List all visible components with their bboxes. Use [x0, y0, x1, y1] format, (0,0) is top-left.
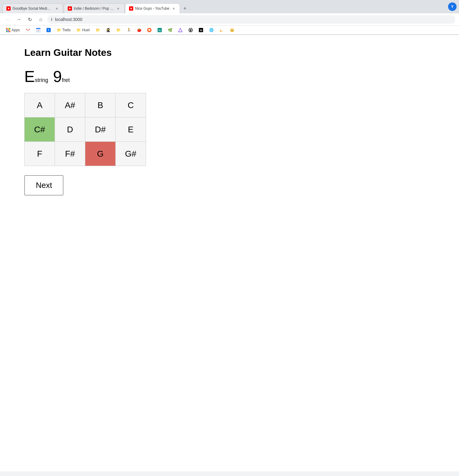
crown-icon: 👑 [230, 28, 234, 32]
bookmark-misc-5[interactable]: 🍅 [134, 27, 144, 33]
note-cell-As[interactable]: A# [55, 93, 85, 117]
forward-button[interactable]: → [15, 15, 23, 24]
svg-text:M: M [200, 29, 202, 32]
bookmark-misc-8[interactable]: 🌐 [207, 27, 216, 33]
page-title: Learn Guitar Notes [24, 47, 435, 58]
tab-2-title: Indie / Bedroom / Pop / Surf Ro [74, 6, 114, 11]
apps-grid-icon [6, 28, 10, 32]
tab-1-favicon [6, 6, 11, 11]
fret-label: fret [62, 77, 70, 83]
tab-3-title: Nice Guys - YouTube [135, 6, 169, 11]
tab-3-favicon [129, 6, 133, 11]
browser-tab-1[interactable]: Goodbye Social Media. - YouTu ✕ [2, 3, 63, 13]
bookmark-reddit[interactable] [145, 27, 154, 33]
browser-tab-3[interactable]: Nice Guys - YouTube ✕ [125, 3, 180, 13]
tab-3-close-button[interactable]: ✕ [171, 6, 176, 11]
note-cell-G[interactable]: G [85, 142, 116, 166]
note-cell-E[interactable]: E [116, 117, 146, 142]
bookmark-medium[interactable]: M [196, 27, 206, 33]
gmail-icon [26, 28, 30, 32]
string-letter: E [24, 67, 35, 86]
amazon-icon: a [219, 28, 224, 32]
svg-rect-6 [6, 28, 7, 29]
icon-tomato: 🍅 [137, 28, 141, 32]
tab-1-close-button[interactable]: ✕ [54, 6, 59, 11]
profile-button[interactable]: Y [448, 2, 457, 11]
bookmark-gmail[interactable] [23, 27, 32, 33]
twits-folder-icon: 📁 [57, 28, 61, 32]
note-cell-D[interactable]: D [55, 117, 85, 142]
bookmark-misc-6[interactable]: 🌿 [165, 27, 175, 33]
reload-button[interactable]: ↻ [25, 15, 34, 24]
svg-rect-14 [9, 31, 10, 32]
svg-rect-17 [36, 28, 40, 29]
bookmark-huel-label: Huel [82, 28, 90, 32]
bookmark-misc-7[interactable] [176, 27, 185, 33]
note-cell-B[interactable]: B [85, 93, 116, 117]
new-tab-button[interactable]: + [181, 4, 189, 13]
bookmark-amazon[interactable]: a [217, 27, 226, 33]
browser-chrome: Goodbye Social Media. - YouTu ✕ Indie / … [0, 0, 459, 35]
github-icon [189, 28, 193, 32]
note-cell-F[interactable]: F [25, 142, 55, 166]
icon-triangle [178, 28, 182, 32]
string-label: string [35, 77, 48, 83]
bookmark-twits[interactable]: 📁 Twits [54, 27, 73, 33]
tab-2-favicon [68, 6, 72, 11]
svg-rect-15 [26, 28, 30, 32]
bookmark-misc-4[interactable]: 🏃 [124, 27, 133, 33]
tab-2-close-button[interactable]: ✕ [116, 6, 121, 11]
bookmark-github[interactable] [186, 27, 195, 33]
svg-rect-10 [8, 29, 9, 31]
bookmark-twits-label: Twits [62, 28, 70, 32]
bookmark-huel[interactable]: 📁 Huel [74, 27, 92, 33]
svg-rect-9 [6, 29, 7, 31]
bookmarks-bar: Apps 16 [0, 26, 459, 35]
bookmark-misc-9[interactable]: 👑 [227, 27, 236, 33]
note-cell-C[interactable]: C [116, 93, 146, 117]
bookmark-misc-2[interactable]: 🥷 [104, 27, 113, 33]
home-button[interactable]: ⌂ [36, 15, 45, 24]
medium-icon: M [199, 28, 203, 32]
folder-icon-2: 📁 [116, 28, 121, 32]
note-cell-Fs[interactable]: F# [55, 142, 85, 166]
bookmark-misc-1[interactable]: 📁 [93, 27, 102, 33]
tab-1-title: Goodbye Social Media. - YouTu [12, 6, 53, 11]
icon-leaf: 🌿 [168, 28, 172, 32]
note-cell-Ds[interactable]: D# [85, 117, 116, 142]
folder-icon-1: 📁 [96, 28, 100, 32]
note-cell-A[interactable]: A [25, 93, 55, 117]
icon-ninja: 🥷 [106, 28, 110, 32]
security-icon: ℹ [51, 17, 53, 22]
nav-bar: ← → ↻ ⌂ ℹ localhost:3000 [0, 13, 459, 26]
tab-bar: Goodbye Social Media. - YouTu ✕ Indie / … [0, 0, 459, 13]
bookmark-apps[interactable]: Apps [4, 27, 22, 33]
browser-tab-2[interactable]: Indie / Bedroom / Pop / Surf Ro ✕ [64, 3, 124, 13]
tc-icon: TC [158, 28, 162, 32]
globe-icon: 🌐 [209, 28, 213, 32]
back-button[interactable]: ← [4, 15, 12, 24]
svg-rect-7 [8, 28, 9, 29]
svg-text:TC: TC [158, 29, 161, 32]
reddit-icon [147, 28, 151, 32]
facebook-icon: f [46, 28, 51, 32]
fret-number: 9 [53, 67, 62, 86]
svg-rect-8 [9, 28, 10, 29]
note-grid: AA#BCC#DD#EFF#GG# [24, 93, 146, 166]
bookmark-apps-label: Apps [12, 28, 20, 32]
svg-text:16: 16 [37, 30, 39, 32]
huel-folder-icon: 📁 [77, 28, 81, 32]
note-cell-Cs[interactable]: C# [25, 117, 55, 142]
svg-point-24 [150, 30, 150, 30]
url-text: localhost:3000 [55, 17, 82, 22]
bookmark-calendar[interactable]: 16 [34, 27, 43, 33]
bookmark-tc[interactable]: TC [155, 27, 164, 33]
address-bar[interactable]: ℹ localhost:3000 [47, 15, 455, 24]
note-cell-Gs[interactable]: G# [116, 142, 146, 166]
next-button[interactable]: Next [24, 175, 63, 195]
bookmark-misc-3[interactable]: 📁 [114, 27, 123, 33]
bookmark-facebook[interactable]: f [44, 27, 53, 33]
icon-runner: 🏃 [127, 28, 131, 32]
svg-point-23 [148, 30, 149, 30]
calendar-icon: 16 [36, 28, 40, 32]
